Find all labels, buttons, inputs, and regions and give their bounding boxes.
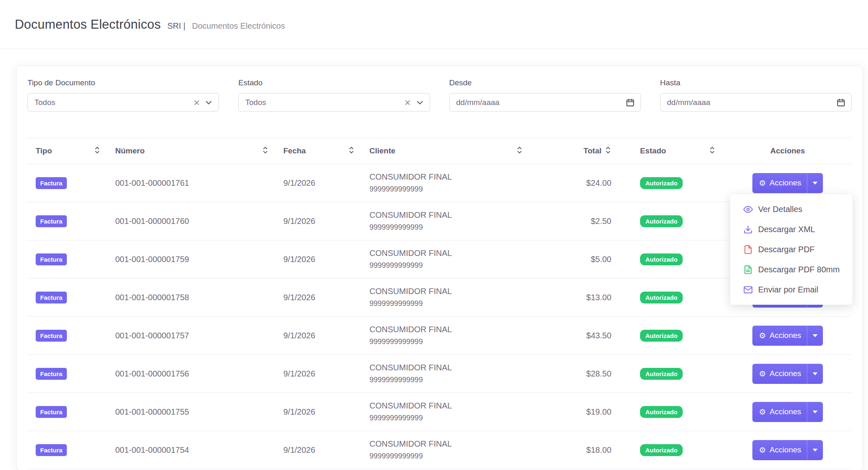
documento-total: $13.00 [529,278,632,317]
menu-item-descargar-xml[interactable]: Descargar XML [730,219,852,240]
column-header-tipo[interactable]: Tipo [27,138,107,164]
filter-tipo-label: Tipo de Documento [27,78,219,87]
cliente-nombre: CONSUMIDOR FINAL [369,400,523,411]
table-row: Factura 001-001-000001755 9/1/2026 CONSU… [27,393,852,431]
download-icon [743,225,753,234]
gear-icon: ⚙ [759,446,766,454]
acciones-button[interactable]: ⚙Acciones [752,326,823,346]
calendar-icon[interactable] [626,98,635,107]
acciones-button-label: Acciones [770,369,801,378]
acciones-caret[interactable] [807,440,823,460]
menu-item-enviar-email[interactable]: Enviar por Email [730,280,852,300]
acciones-caret[interactable] [807,402,823,422]
tipo-badge: Factura [36,368,67,380]
acciones-button[interactable]: ⚙Acciones [752,364,823,384]
sort-icon[interactable] [262,146,269,157]
acciones-caret[interactable] [807,173,823,193]
column-header-estado[interactable]: Estado [632,138,722,164]
documento-total: $28.50 [529,355,632,393]
acciones-button[interactable]: ⚙Acciones [752,440,823,460]
sort-icon[interactable] [709,146,715,157]
documento-numero: 001-001-000001758 [107,278,275,317]
menu-item-label: Descargar XML [758,225,815,234]
column-header-fecha[interactable]: Fecha [275,138,361,164]
acciones-button-label: Acciones [770,178,801,187]
cliente-nombre: CONSUMIDOR FINAL [369,362,523,373]
estado-badge: Autorizado [640,292,683,303]
filter-estado: Estado Todos × [238,78,430,112]
documento-numero: 001-001-000001759 [107,240,275,278]
documento-total: $24.00 [529,164,632,202]
documento-numero: 001-001-000001760 [107,202,275,240]
tipo-badge: Factura [36,215,67,227]
menu-item-ver-detalles[interactable]: Ver Detalles [730,199,852,219]
sort-icon[interactable] [348,146,355,157]
table-row: Factura 001-001-000001757 9/1/2026 CONSU… [27,317,852,355]
receipt-icon [743,265,753,274]
tipo-badge: Factura [36,177,67,189]
acciones-caret[interactable] [807,326,823,346]
column-header-total[interactable]: Total [529,138,632,164]
menu-item-descargar-pdf-80mm[interactable]: Descargar PDF 80mm [730,260,852,280]
documento-numero: 001-001-000001757 [107,317,275,355]
menu-item-label: Descargar PDF [758,245,815,254]
tipo-badge: Factura [36,330,67,342]
cliente-identificacion: 9999999999999 [369,451,523,461]
clear-icon[interactable]: × [194,97,200,108]
page-title: Documentos Electrónicos [15,17,161,32]
tipo-badge: Factura [36,444,67,456]
cliente-nombre: CONSUMIDOR FINAL [369,324,523,335]
table-row: Factura 001-001-000001759 9/1/2026 CONSU… [27,240,852,278]
gear-icon: ⚙ [759,370,766,378]
cliente-identificacion: 9999999999999 [369,413,523,423]
cliente-identificacion: 9999999999999 [369,184,523,194]
filter-desde: Desde dd/mm/aaaa [449,78,641,112]
cliente-nombre: CONSUMIDOR FINAL [369,171,523,183]
acciones-button[interactable]: ⚙Acciones [752,173,823,193]
documento-fecha: 9/1/2026 [275,202,361,240]
caret-down-icon [813,372,818,375]
caret-down-icon [813,449,818,452]
documento-total: $5.00 [529,240,632,278]
desde-date-input[interactable]: dd/mm/aaaa [449,93,641,112]
sort-icon[interactable] [516,146,523,157]
column-header-numero[interactable]: Número [107,138,275,164]
table-row: Factura 001-001-000001756 9/1/2026 CONSU… [27,355,852,393]
documento-fecha: 9/1/2026 [275,164,361,202]
sort-icon[interactable] [94,146,100,157]
table-row: Factura 001-001-000001758 9/1/2026 CONSU… [27,278,852,317]
acciones-caret[interactable] [807,364,823,384]
table-row: Factura 001-001-000001760 9/1/2026 CONSU… [27,202,852,240]
column-label: Acciones [770,146,805,155]
page-header: Documentos Electrónicos SRI | Documentos… [0,0,868,49]
estado-badge: Autorizado [640,330,683,342]
hasta-date-input[interactable]: dd/mm/aaaa [660,93,852,112]
tipo-badge: Factura [36,292,67,303]
breadcrumb: Documentos Electrónicos [192,21,285,31]
caret-down-icon [813,334,818,337]
desde-placeholder: dd/mm/aaaa [456,98,626,107]
estado-select[interactable]: Todos × [238,93,430,112]
gear-icon: ⚙ [759,179,766,187]
estado-value: Todos [245,98,404,107]
cliente-nombre: CONSUMIDOR FINAL [369,438,523,449]
cliente-identificacion: 9999999999999 [369,260,523,270]
menu-item-label: Ver Detalles [758,205,802,214]
sort-icon[interactable] [605,146,611,157]
cliente-identificacion: 9999999999999 [369,299,523,308]
clear-icon[interactable]: × [404,97,410,108]
caret-down-icon [813,411,818,413]
menu-item-label: Enviar por Email [758,285,818,294]
calendar-icon[interactable] [836,98,845,107]
column-header-cliente[interactable]: Cliente [361,138,529,164]
menu-item-descargar-pdf[interactable]: Descargar PDF [730,240,852,260]
cliente-nombre: CONSUMIDOR FINAL [369,286,523,297]
estado-badge: Autorizado [640,177,683,189]
documento-total: $43.50 [529,317,632,355]
column-label: Número [115,146,145,155]
documento-numero: 001-001-000001755 [107,393,275,431]
filter-estado-label: Estado [238,78,430,87]
acciones-button[interactable]: ⚙Acciones [752,402,823,422]
acciones-button-label: Acciones [770,407,801,416]
tipo-documento-select[interactable]: Todos × [27,93,219,112]
